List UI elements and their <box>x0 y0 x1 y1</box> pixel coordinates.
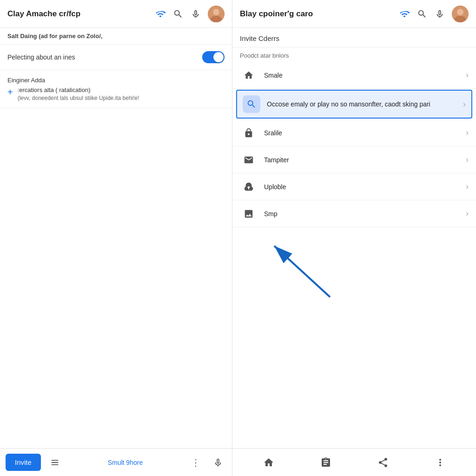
chevron-icon-0: › <box>466 70 469 80</box>
search-icon-header-left[interactable] <box>172 8 184 20</box>
mic-icon-left[interactable] <box>210 454 226 471</box>
toggle-row: Pelecting about an ines <box>0 45 232 70</box>
svg-point-4 <box>457 9 463 15</box>
menu-item-tampiter[interactable]: Tampiter › <box>232 146 476 173</box>
invite-users-bar: Invite Cderrs <box>232 28 476 47</box>
smult-shore-link[interactable]: Smult 9hore <box>69 459 182 466</box>
add-text-main: :ercatiors alta ( ratalication) <box>18 86 139 93</box>
right-panel: Blay cpoiner'g caro <box>232 0 476 476</box>
chevron-icon-3: › <box>466 155 469 165</box>
left-header-icons <box>155 6 225 22</box>
wifi-icon[interactable] <box>155 8 166 20</box>
more-options-right[interactable] <box>430 452 450 473</box>
left-subtitle: Salt Daing (ad for parne on Zolo/, <box>0 28 232 45</box>
wifi-icon-right[interactable] <box>399 8 410 20</box>
menu-icon-left[interactable] <box>46 454 63 471</box>
home-icon <box>240 66 258 84</box>
menu-item-search-text: Occose emaly or play no so mansonfter, c… <box>267 100 463 108</box>
avatar-right[interactable] <box>452 6 469 22</box>
add-section: Einginer Adda + :ercatiors alta ( ratali… <box>0 70 232 108</box>
toggle-label: Pelecting about an ines <box>7 53 75 61</box>
add-text-block: :ercatiors alta ( ratalication) (levv, d… <box>18 86 139 101</box>
share-nav-icon[interactable] <box>373 452 393 473</box>
search-icon-menu <box>243 95 260 113</box>
menu-item-uploble[interactable]: Uploble › <box>232 173 476 200</box>
left-spacer <box>0 108 232 448</box>
add-item[interactable]: + :ercatiors alta ( ratalication) (levv,… <box>7 86 225 101</box>
chevron-icon-4: › <box>466 182 469 192</box>
upload-icon <box>240 178 258 196</box>
chevron-icon-5: › <box>466 209 469 218</box>
add-text-sub: (levv, doneedent lals ubsul stiike Upide… <box>18 95 139 101</box>
left-header-title: Clay Amache cr/fcp <box>7 9 155 19</box>
voice-icon-left[interactable] <box>190 8 201 20</box>
right-header: Blay cpoiner'g caro <box>232 0 476 28</box>
left-header: Clay Amache cr/fcp <box>0 0 232 28</box>
menu-item-smale[interactable]: Smale › <box>232 62 476 89</box>
avatar-left[interactable] <box>208 6 225 22</box>
menu-item-smp-label: Smp <box>264 210 466 218</box>
menu-item-tampiter-label: Tampiter <box>264 156 466 164</box>
add-section-title: Einginer Adda <box>7 77 225 84</box>
svg-line-7 <box>274 246 330 297</box>
image-icon <box>240 205 258 223</box>
chevron-icon-2: › <box>466 128 469 138</box>
section-label: Poodct atar bnlors <box>232 47 476 62</box>
home-nav-icon[interactable] <box>258 452 279 473</box>
plus-icon: + <box>7 86 13 98</box>
menu-item-uploble-label: Uploble <box>264 183 466 191</box>
mail-icon <box>240 151 258 169</box>
right-header-icons <box>399 6 469 22</box>
more-options-left[interactable]: ⋮ <box>187 454 204 471</box>
menu-item-search-label: Occose emaly or play no so mansonfter, c… <box>267 100 463 108</box>
clipboard-nav-icon[interactable] <box>316 452 336 473</box>
search-icon-header-right[interactable] <box>416 8 428 20</box>
menu-list: Smale › Occose emaly or play no so manso… <box>232 62 476 227</box>
svg-point-1 <box>213 9 219 15</box>
arrow-annotation <box>265 241 339 302</box>
left-bottom-bar: Invite Smult 9hore ⋮ <box>0 448 232 476</box>
right-header-title: Blay cpoiner'g caro <box>240 9 399 19</box>
menu-item-sralile[interactable]: Sralile › <box>232 119 476 146</box>
left-panel: Clay Amache cr/fcp <box>0 0 232 476</box>
menu-item-smale-label: Smale <box>264 72 466 79</box>
menu-item-smp[interactable]: Smp › <box>232 200 476 227</box>
voice-icon-right[interactable] <box>434 8 445 20</box>
menu-item-search[interactable]: Occose emaly or play no so mansonfter, c… <box>236 90 472 119</box>
lock-icon <box>240 124 258 142</box>
invite-button[interactable]: Invite <box>6 454 41 471</box>
toggle-switch[interactable] <box>202 51 225 63</box>
chevron-icon-1: › <box>463 99 466 109</box>
menu-item-sralile-label: Sralile <box>264 129 466 137</box>
right-spacer <box>232 227 476 448</box>
right-bottom-bar <box>232 448 476 476</box>
